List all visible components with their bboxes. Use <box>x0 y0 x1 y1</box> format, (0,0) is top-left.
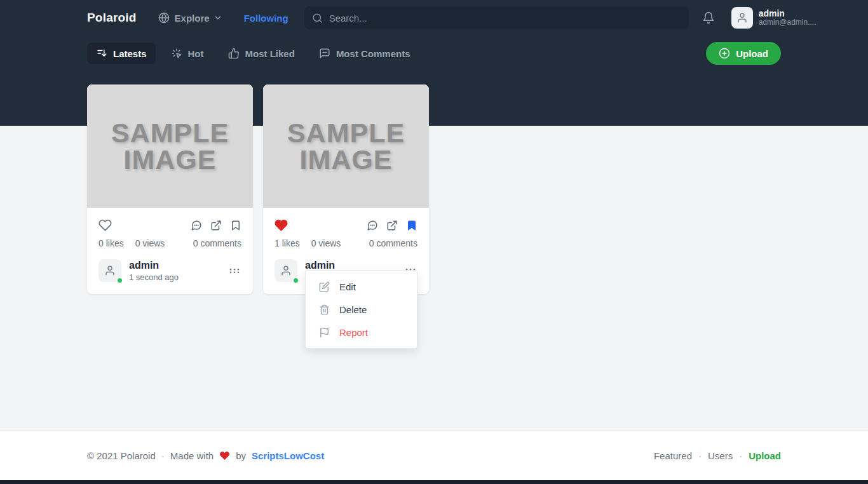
tab-hot-label: Hot <box>188 48 204 59</box>
comments-count: 0 comments <box>369 238 417 248</box>
plus-circle-icon <box>719 48 730 59</box>
share-button[interactable] <box>210 220 222 231</box>
likes-count: 1 likes <box>275 238 300 248</box>
like-button[interactable] <box>98 218 112 232</box>
credit-link[interactable]: ScriptsLowCost <box>252 450 324 461</box>
share-button[interactable] <box>386 220 398 231</box>
post-time: 1 second ago <box>129 272 179 283</box>
photo-grid: SAMPLE IMAGE 0 likes <box>87 84 781 294</box>
sort-descending-icon <box>96 48 107 59</box>
nav-following[interactable]: Following <box>244 13 288 24</box>
heart-filled-icon <box>275 218 288 232</box>
chevron-down-icon <box>214 13 222 22</box>
tab-most-comments[interactable]: Most Comments <box>310 43 419 64</box>
views-count: 0 views <box>135 238 165 248</box>
comments-icon <box>319 48 330 59</box>
heart-filled-icon <box>219 450 230 461</box>
comment-icon <box>191 220 202 231</box>
menu-item-edit[interactable]: Edit <box>306 275 417 298</box>
flag-icon <box>319 327 330 338</box>
user-email: admin@admin.... <box>759 18 817 27</box>
main-content: SAMPLE IMAGE 0 likes <box>0 126 868 431</box>
user-icon <box>736 12 748 24</box>
tab-most-liked[interactable]: Most Liked <box>219 43 304 64</box>
photo-card: SAMPLE IMAGE 0 likes <box>87 84 253 294</box>
bell-icon <box>702 11 715 24</box>
dots-menu-icon <box>227 264 241 278</box>
click-spark-icon <box>171 48 182 59</box>
footer-link-featured[interactable]: Featured <box>654 450 692 461</box>
tab-latests-label: Latests <box>113 48 147 59</box>
feed-tabs: Latests Hot Most Liked Most Comments Upl… <box>87 42 781 65</box>
footer-separator: · <box>698 450 702 461</box>
author-name[interactable]: admin <box>129 259 179 271</box>
author-avatar[interactable] <box>98 259 121 282</box>
nav-following-label: Following <box>244 13 288 24</box>
thumbs-up-icon <box>228 48 240 59</box>
nav-explore-label: Explore <box>175 13 210 24</box>
bookmark-button[interactable] <box>406 220 417 231</box>
made-with-text: Made with <box>170 450 214 461</box>
user-name: admin <box>759 8 817 18</box>
heart-icon <box>98 218 112 232</box>
views-count: 0 views <box>311 238 341 248</box>
tab-latests[interactable]: Latests <box>87 43 156 64</box>
tab-hot[interactable]: Hot <box>162 43 213 64</box>
external-link-icon <box>210 220 222 231</box>
sample-image-placeholder: SAMPLE IMAGE <box>286 119 407 173</box>
likes-count: 0 likes <box>98 238 124 248</box>
top-navbar: Polaroid Explore Following <box>87 0 781 29</box>
trash-icon <box>319 304 330 315</box>
more-options-button[interactable] <box>227 264 241 278</box>
comment-button[interactable] <box>367 220 378 231</box>
tab-most-comments-label: Most Comments <box>336 48 410 59</box>
comment-button[interactable] <box>191 220 202 231</box>
by-text: by <box>236 450 246 461</box>
user-icon <box>280 265 292 276</box>
menu-item-report[interactable]: Report <box>306 321 417 344</box>
user-menu[interactable]: admin admin@admin.... <box>731 7 817 29</box>
globe-icon <box>158 12 170 24</box>
search-box[interactable] <box>304 6 689 29</box>
edit-icon <box>319 281 330 292</box>
bookmark-filled-icon <box>406 220 417 231</box>
like-button[interactable] <box>275 218 288 232</box>
search-input[interactable] <box>329 13 681 24</box>
photo-thumbnail[interactable]: SAMPLE IMAGE <box>87 84 253 208</box>
copyright-text: © 2021 Polaroid <box>87 450 156 461</box>
brand-logo[interactable]: Polaroid <box>87 11 137 25</box>
bottom-dark-bar <box>0 480 868 484</box>
photo-thumbnail[interactable]: SAMPLE IMAGE <box>263 84 429 208</box>
page-footer: © 2021 Polaroid · Made with by ScriptsLo… <box>0 431 868 480</box>
user-icon <box>104 265 116 276</box>
notifications-button[interactable] <box>702 11 715 24</box>
author-avatar[interactable] <box>275 259 297 282</box>
menu-item-delete-label: Delete <box>339 304 367 315</box>
sample-image-placeholder: SAMPLE IMAGE <box>110 119 231 173</box>
footer-link-users[interactable]: Users <box>708 450 733 461</box>
nav-explore[interactable]: Explore <box>158 12 222 24</box>
search-icon <box>312 13 323 24</box>
upload-button[interactable]: Upload <box>706 42 781 65</box>
footer-link-upload[interactable]: Upload <box>749 450 781 461</box>
footer-separator: · <box>161 450 165 461</box>
comment-icon <box>367 220 378 231</box>
avatar <box>731 7 753 29</box>
photo-card: SAMPLE IMAGE 1 likes <box>263 84 429 294</box>
bookmark-icon <box>230 220 241 231</box>
context-menu: Edit Delete Report <box>305 270 417 349</box>
footer-separator: · <box>739 450 742 461</box>
tab-most-liked-label: Most Liked <box>245 48 295 59</box>
menu-item-report-label: Report <box>339 327 368 338</box>
bookmark-button[interactable] <box>230 220 241 231</box>
online-status-dot <box>116 277 123 284</box>
menu-item-edit-label: Edit <box>339 281 356 292</box>
comments-count: 0 comments <box>193 238 241 248</box>
menu-item-delete[interactable]: Delete <box>306 298 417 321</box>
online-status-dot <box>292 277 299 284</box>
upload-button-label: Upload <box>736 48 768 59</box>
external-link-icon <box>386 220 398 231</box>
